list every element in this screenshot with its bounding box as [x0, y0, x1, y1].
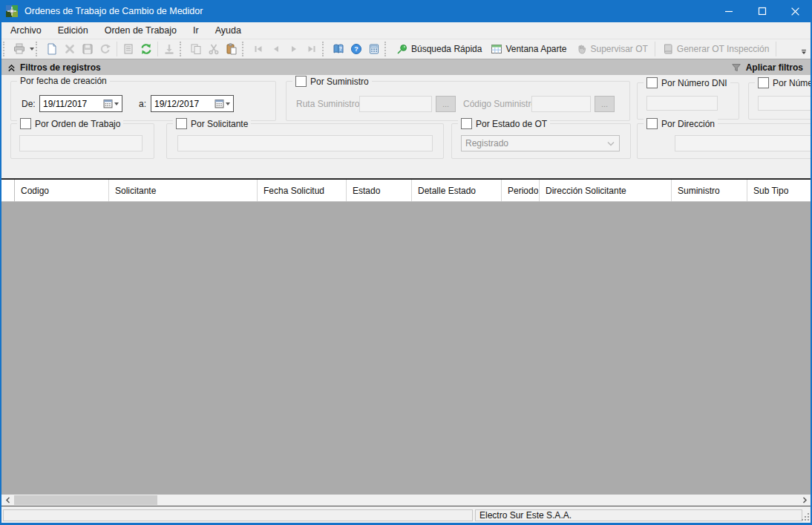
- menu-edicion[interactable]: Edición: [50, 23, 96, 38]
- window-title: Ordenes de Trabajo de Cambio de Medidor: [24, 6, 203, 16]
- maximize-button[interactable]: [745, 0, 779, 22]
- delete-x-icon: [64, 43, 76, 55]
- estado-ot-selected-value: Registrado: [465, 138, 508, 149]
- direccion-checkbox[interactable]: [646, 118, 658, 129]
- column-header-sub-tipo[interactable]: Sub Tipo: [747, 180, 812, 201]
- date-from-picker[interactable]: [39, 95, 122, 112]
- paste-button[interactable]: [223, 40, 240, 58]
- orden-trabajo-checkbox[interactable]: [20, 118, 31, 129]
- maximize-icon: [758, 7, 767, 16]
- cut-button[interactable]: [205, 40, 223, 58]
- date-from-input[interactable]: [40, 99, 103, 109]
- scroll-right-button[interactable]: [798, 495, 811, 506]
- menu-archivo[interactable]: Archivo: [3, 23, 49, 38]
- nav-first-button[interactable]: [249, 40, 267, 58]
- help-circle-icon: ?: [350, 43, 362, 55]
- column-header-estado[interactable]: Estado: [347, 180, 412, 201]
- column-header-detalle-estado[interactable]: Detalle Estado: [412, 180, 502, 201]
- group-fecha-creacion: Por fecha de creación De: a:: [10, 81, 276, 121]
- import-button[interactable]: [160, 40, 178, 58]
- status-panel-left: [3, 509, 473, 521]
- app-window: Ordenes de Trabajo de Cambio de Medidor …: [0, 0, 812, 525]
- report-button[interactable]: [119, 40, 137, 58]
- column-header-periodo[interactable]: Periodo: [502, 180, 540, 201]
- menu-ir[interactable]: Ir: [186, 23, 206, 38]
- numero-r-input[interactable]: [758, 96, 812, 111]
- de-label: De:: [22, 99, 36, 109]
- sync-button[interactable]: [137, 40, 155, 58]
- solicitante-label: Por Solicitante: [191, 119, 248, 129]
- date-to-dropdown-caret[interactable]: [226, 102, 230, 105]
- apply-filters-label: Aplicar filtros: [746, 62, 803, 73]
- help-button[interactable]: ?: [347, 40, 365, 58]
- estado-ot-checkbox[interactable]: [461, 118, 472, 129]
- delete-button[interactable]: [61, 40, 79, 58]
- generate-ot-inspeccion-button[interactable]: Generar OT Inspección: [658, 40, 774, 58]
- save-button[interactable]: [79, 40, 96, 58]
- scissors-icon: [208, 43, 220, 55]
- sync-arrows-icon: [140, 43, 152, 55]
- numero-dni-checkbox[interactable]: [646, 77, 658, 88]
- ruta-suministro-browse-button[interactable]: ...: [436, 96, 456, 112]
- new-record-button[interactable]: [43, 40, 61, 58]
- toolbar-grip: [384, 42, 390, 56]
- window-border-left: [0, 22, 1, 525]
- date-to-picker[interactable]: [151, 95, 234, 112]
- column-header-fecha-solicitud[interactable]: Fecha Solicitud: [258, 180, 347, 201]
- column-header-suministro[interactable]: Suministro: [672, 180, 747, 201]
- solicitante-input[interactable]: [177, 135, 433, 151]
- direccion-input[interactable]: [675, 135, 812, 151]
- toolbar-overflow-button[interactable]: [799, 47, 809, 57]
- toolbar-grip: [36, 42, 41, 56]
- app-icon[interactable]: [5, 4, 19, 18]
- menu-orden-de-trabajo[interactable]: Orden de Trabajo: [97, 23, 184, 38]
- codigo-suministro-input[interactable]: [531, 96, 591, 112]
- horizontal-scrollbar[interactable]: [1, 495, 811, 506]
- print-dropdown-caret[interactable]: [30, 48, 34, 50]
- orden-trabajo-input[interactable]: [19, 135, 143, 151]
- copy-button[interactable]: [187, 40, 205, 58]
- scroll-left-button[interactable]: [1, 495, 14, 506]
- numero-dni-input[interactable]: [646, 96, 718, 111]
- toolbar-separator: [655, 42, 655, 56]
- minimize-icon: [724, 7, 733, 16]
- resize-grip[interactable]: [801, 512, 810, 521]
- nav-next-button[interactable]: [285, 40, 303, 58]
- supervise-ot-button[interactable]: Supervisar OT: [572, 40, 652, 58]
- solicitante-checkbox[interactable]: [176, 118, 187, 129]
- nav-last-button[interactable]: [303, 40, 321, 58]
- suministro-label: Por Suministro: [310, 76, 369, 87]
- column-header-solicitante[interactable]: Solicitante: [109, 180, 258, 201]
- quick-search-button[interactable]: Búsqueda Rápida: [392, 40, 486, 58]
- filters-collapse-button[interactable]: Filtros de registros: [7, 62, 101, 73]
- estado-ot-combobox[interactable]: Registrado: [461, 135, 620, 151]
- scrollbar-thumb[interactable]: [14, 495, 157, 505]
- nav-last-icon: [306, 43, 318, 55]
- toolbar: ? ? Búsqueda Rápida Ventana Aparte Super…: [1, 39, 811, 59]
- date-to-input[interactable]: [151, 99, 215, 109]
- column-header-codigo[interactable]: Codigo: [15, 180, 109, 201]
- apply-filters-button[interactable]: Aplicar filtros: [731, 62, 803, 73]
- menu-ayuda[interactable]: Ayuda: [208, 23, 249, 38]
- nav-previous-icon: [270, 43, 282, 55]
- close-button[interactable]: [779, 0, 812, 22]
- separate-window-label: Ventana Aparte: [505, 44, 566, 54]
- refresh-button[interactable]: [96, 40, 114, 58]
- column-header-direccion-solicitante[interactable]: Dirección Solicitante: [540, 180, 672, 201]
- manual-button[interactable]: ?: [330, 40, 347, 58]
- suministro-checkbox[interactable]: [295, 76, 307, 87]
- filters-panel: Por fecha de creación De: a: Por Suminis…: [1, 75, 811, 178]
- date-from-dropdown-caret[interactable]: [114, 102, 119, 105]
- print-button[interactable]: [10, 40, 28, 58]
- ruta-suministro-input[interactable]: [359, 96, 432, 112]
- nav-previous-button[interactable]: [267, 40, 285, 58]
- numero-r-checkbox[interactable]: [758, 77, 769, 88]
- calculator-button[interactable]: [365, 40, 383, 58]
- orden-trabajo-label: Por Orden de Trabajo: [35, 119, 120, 129]
- codigo-suministro-browse-button[interactable]: ...: [595, 96, 615, 112]
- svg-text:?: ?: [354, 45, 358, 53]
- row-selector-header: [0, 180, 15, 201]
- minimize-button[interactable]: [712, 0, 745, 22]
- group-numero-dni: Por Número DNI: [637, 82, 739, 120]
- separate-window-button[interactable]: Ventana Aparte: [486, 40, 571, 58]
